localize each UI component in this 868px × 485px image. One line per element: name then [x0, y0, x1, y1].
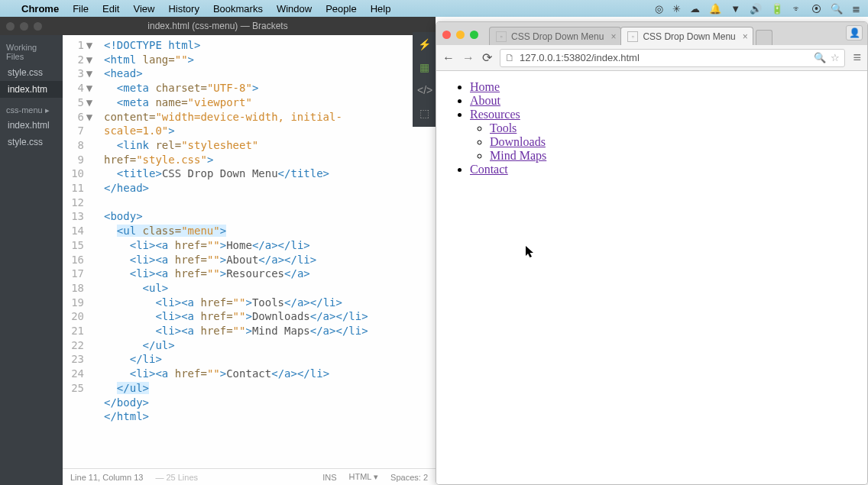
list-item: About	[470, 94, 855, 108]
menu-edit[interactable]: Edit	[102, 3, 119, 15]
list-item: Contact	[470, 163, 855, 176]
reload-button[interactable]: ⟳	[482, 50, 492, 65]
status-icon[interactable]: ▼	[730, 3, 740, 15]
nav-link-about[interactable]: About	[470, 94, 500, 107]
status-icon[interactable]: ◎	[655, 3, 663, 15]
window-title: index.html (css-menu) — Brackets	[147, 21, 287, 31]
menu-list: Home About Resources Tools Downloads Min…	[449, 80, 855, 176]
menu-help[interactable]: Help	[371, 3, 391, 15]
tab-label: CSS Drop Down Menu	[511, 31, 604, 42]
insert-mode[interactable]: INS	[322, 473, 336, 482]
window-close-button[interactable]	[442, 31, 451, 39]
new-tab-button[interactable]	[756, 30, 772, 45]
chrome-tabstrip: ▫ CSS Drop Down Menu × ▫ CSS Drop Down M…	[436, 22, 867, 45]
working-file[interactable]: style.css	[0, 64, 63, 81]
window-close-button[interactable]	[6, 22, 15, 31]
nav-link-mindmaps[interactable]: Mind Maps	[490, 149, 546, 162]
window-zoom-button[interactable]	[470, 31, 478, 39]
notifications-icon[interactable]: 🔔	[709, 3, 721, 15]
volume-icon[interactable]: 🔊	[750, 3, 762, 15]
forward-button[interactable]: →	[462, 51, 474, 65]
line-count: — 25 Lines	[155, 473, 198, 482]
status-icon[interactable]: ☁	[690, 3, 700, 15]
language-mode[interactable]: HTML ▾	[348, 472, 378, 482]
chrome-profile-button[interactable]: 👤	[846, 25, 863, 40]
nav-link-resources[interactable]: Resources	[470, 108, 520, 121]
mac-menubar: Chrome File Edit View History Bookmarks …	[0, 0, 868, 17]
brackets-sidebar: Working Files style.css index.htm css-me…	[0, 35, 63, 485]
nav-link-downloads[interactable]: Downloads	[490, 135, 546, 148]
tab-close-icon[interactable]: ×	[611, 31, 616, 42]
address-bar[interactable]: 🗋 127.0.0.1:53802/index.html 🔍 ☆	[500, 49, 845, 67]
notification-center-icon[interactable]: ≣	[852, 3, 860, 15]
wifi-icon[interactable]: ᯤ	[792, 3, 802, 15]
url-text: 127.0.0.1:53802/index.html	[520, 52, 640, 63]
line-number-gutter: 1234567891011121314151617181920212223242…	[63, 35, 104, 468]
menu-bookmarks[interactable]: Bookmarks	[213, 3, 263, 15]
menu-view[interactable]: View	[133, 3, 154, 15]
code-icon[interactable]: </>	[417, 84, 431, 98]
back-button[interactable]: ←	[442, 51, 455, 65]
extension-icon[interactable]: ▦	[417, 61, 431, 75]
window-minimize-button[interactable]	[456, 31, 465, 39]
window-minimize-button[interactable]	[20, 22, 28, 31]
favicon-icon: ▫	[496, 31, 507, 42]
browser-tab[interactable]: ▫ CSS Drop Down Menu ×	[489, 27, 621, 45]
live-preview-icon[interactable]: ⚡	[417, 38, 431, 52]
brackets-window: index.html (css-menu) — Brackets Working…	[0, 17, 436, 485]
working-files-header[interactable]: Working Files	[0, 40, 63, 64]
nav-link-home[interactable]: Home	[470, 80, 500, 93]
menu-people[interactable]: People	[326, 3, 356, 15]
window-zoom-button[interactable]	[34, 22, 42, 31]
battery-icon[interactable]: 🔋	[771, 3, 783, 15]
favicon-icon: ▫	[627, 31, 638, 42]
chrome-toolbar: ← → ⟳ 🗋 127.0.0.1:53802/index.html 🔍 ☆ ≡	[436, 45, 867, 71]
nav-link-contact[interactable]: Contact	[470, 163, 508, 176]
list-item: Home	[470, 80, 855, 94]
menu-history[interactable]: History	[168, 3, 199, 15]
browser-tab-active[interactable]: ▫ CSS Drop Down Menu ×	[620, 27, 753, 45]
list-item: Mind Maps	[490, 149, 855, 163]
menu-window[interactable]: Window	[277, 3, 312, 15]
rendered-page: Home About Resources Tools Downloads Min…	[436, 71, 867, 484]
nav-link-tools[interactable]: Tools	[490, 121, 517, 134]
project-file[interactable]: style.css	[0, 134, 63, 150]
project-file[interactable]: index.html	[0, 117, 63, 134]
menubar-status-icons: ◎ ✳ ☁ 🔔 ▼ 🔊 🔋 ᯤ ⦿ 🔍 ≣	[655, 3, 860, 15]
tab-label: CSS Drop Down Menu	[643, 31, 735, 42]
working-file-selected[interactable]: index.htm	[0, 81, 63, 98]
list-item: Tools	[490, 121, 855, 135]
spotlight-icon[interactable]: 🔍	[831, 3, 843, 15]
menu-file[interactable]: File	[73, 3, 89, 15]
chrome-menu-icon[interactable]: ≡	[853, 50, 861, 66]
brackets-titlebar[interactable]: index.html (css-menu) — Brackets	[0, 17, 436, 35]
code-editor[interactable]: 1234567891011121314151617181920212223242…	[63, 35, 436, 468]
brackets-toolstrip: ⚡ ▦ </> ⬚	[413, 32, 436, 127]
app-name[interactable]: Chrome	[21, 3, 59, 15]
brackets-statusbar: Line 11, Column 13 — 25 Lines INS HTML ▾…	[63, 468, 436, 485]
list-item: Resources Tools Downloads Mind Maps	[470, 108, 855, 163]
tab-close-icon[interactable]: ×	[743, 31, 748, 42]
status-icon[interactable]: ⦿	[811, 3, 821, 15]
chrome-window: ▫ CSS Drop Down Menu × ▫ CSS Drop Down M…	[436, 21, 868, 485]
page-icon: 🗋	[505, 52, 515, 63]
status-icon[interactable]: ✳	[672, 3, 681, 15]
project-header[interactable]: css-menu ▸	[0, 98, 63, 117]
cube-icon[interactable]: ⬚	[417, 107, 431, 121]
indent-setting[interactable]: Spaces: 2	[390, 473, 428, 482]
list-item: Downloads	[490, 135, 855, 149]
bookmark-star-icon[interactable]: ☆	[831, 52, 840, 63]
zoom-icon[interactable]: 🔍	[814, 52, 826, 63]
cursor-position[interactable]: Line 11, Column 13	[70, 473, 143, 482]
